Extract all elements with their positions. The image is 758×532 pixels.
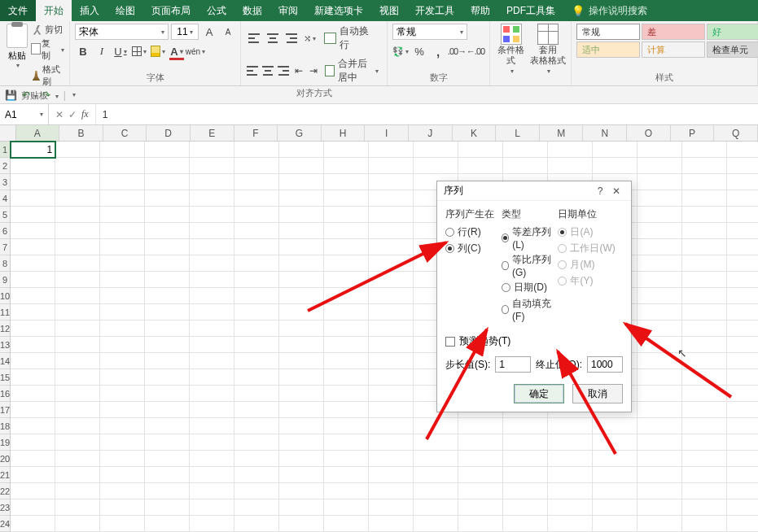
cell-B13[interactable]: [55, 337, 100, 353]
cell-P7[interactable]: [682, 239, 727, 255]
cell-C17[interactable]: [100, 402, 145, 418]
cell-Q15[interactable]: [727, 369, 758, 386]
cell-G18[interactable]: [279, 418, 324, 434]
cell-F3[interactable]: [234, 174, 279, 190]
cell-P24[interactable]: [682, 516, 727, 532]
cell-I20[interactable]: [369, 451, 414, 467]
cell-C2[interactable]: [100, 158, 145, 174]
cell-P2[interactable]: [682, 158, 727, 174]
row-header-3[interactable]: 3: [0, 174, 10, 190]
cell-E23[interactable]: [190, 499, 234, 516]
shrink-font-button[interactable]: A: [220, 24, 236, 40]
cancel-button[interactable]: 取消: [572, 384, 623, 403]
cell-P10[interactable]: [682, 288, 727, 304]
comma-button[interactable]: ,: [430, 43, 446, 59]
cell-B6[interactable]: [55, 223, 100, 239]
tab-insert[interactable]: 插入: [72, 0, 107, 21]
cell-O15[interactable]: [638, 369, 682, 386]
cell-P5[interactable]: [682, 207, 727, 223]
cell-G6[interactable]: [279, 223, 324, 239]
cell-Q22[interactable]: [727, 483, 758, 499]
cell-O10[interactable]: [638, 288, 682, 304]
style-neutral[interactable]: 适中: [576, 41, 640, 58]
cell-O3[interactable]: [638, 174, 682, 190]
cell-G21[interactable]: [279, 467, 324, 483]
cell-A15[interactable]: [11, 369, 55, 386]
cell-Q9[interactable]: [727, 272, 758, 288]
cell-O22[interactable]: [638, 483, 682, 499]
col-header-A[interactable]: A: [16, 125, 60, 141]
row-header-5[interactable]: 5: [0, 207, 10, 223]
cell-E4[interactable]: [190, 190, 234, 207]
cell-A16[interactable]: [11, 386, 55, 402]
cell-D10[interactable]: [145, 288, 190, 304]
cell-E18[interactable]: [190, 418, 234, 434]
cell-J20[interactable]: [414, 451, 458, 467]
cell-M18[interactable]: [548, 418, 593, 434]
cell-O7[interactable]: [638, 239, 682, 255]
col-header-Q[interactable]: Q: [714, 125, 758, 141]
cell-Q19[interactable]: [727, 434, 758, 451]
row-header-6[interactable]: 6: [0, 223, 10, 239]
row-header-4[interactable]: 4: [0, 190, 10, 207]
cell-D9[interactable]: [145, 272, 190, 288]
cell-G14[interactable]: [279, 353, 324, 369]
cell-O19[interactable]: [638, 434, 682, 451]
formula-cancel-button[interactable]: ✕: [55, 109, 64, 120]
cell-C10[interactable]: [100, 288, 145, 304]
cell-B12[interactable]: [55, 321, 100, 337]
cell-A8[interactable]: [11, 255, 55, 272]
cell-J23[interactable]: [414, 499, 458, 516]
cell-C20[interactable]: [100, 451, 145, 467]
cell-P6[interactable]: [682, 223, 727, 239]
row-header-2[interactable]: 2: [0, 158, 10, 174]
cell-H17[interactable]: [324, 402, 369, 418]
cell-B1[interactable]: [55, 142, 100, 158]
cell-F15[interactable]: [234, 369, 279, 386]
cell-I14[interactable]: [369, 353, 414, 369]
col-header-K[interactable]: K: [453, 125, 497, 141]
cell-F19[interactable]: [234, 434, 279, 451]
col-header-M[interactable]: M: [540, 125, 584, 141]
cell-I8[interactable]: [369, 255, 414, 272]
cell-E21[interactable]: [190, 467, 234, 483]
cell-Q8[interactable]: [727, 255, 758, 272]
cell-G2[interactable]: [279, 158, 324, 174]
cell-O13[interactable]: [638, 337, 682, 353]
cell-E22[interactable]: [190, 483, 234, 499]
cell-D11[interactable]: [145, 304, 190, 321]
cell-D19[interactable]: [145, 434, 190, 451]
cell-A24[interactable]: [11, 516, 55, 532]
cell-A6[interactable]: [11, 223, 55, 239]
cell-P17[interactable]: [682, 402, 727, 418]
fx-icon[interactable]: fx: [81, 108, 89, 120]
cell-F13[interactable]: [234, 337, 279, 353]
cell-O14[interactable]: [638, 353, 682, 369]
style-bad[interactable]: 差: [642, 24, 705, 40]
dialog-help-button[interactable]: ?: [592, 185, 608, 197]
cell-D12[interactable]: [145, 321, 190, 337]
cell-L1[interactable]: [503, 142, 548, 158]
cell-Q14[interactable]: [727, 353, 758, 369]
style-check[interactable]: 检查单元: [707, 41, 758, 58]
cell-A11[interactable]: [11, 304, 55, 321]
cell-L21[interactable]: [503, 467, 548, 483]
cell-P4[interactable]: [682, 190, 727, 207]
cell-H3[interactable]: [324, 174, 369, 190]
tab-view[interactable]: 视图: [371, 0, 407, 21]
stop-value-input[interactable]: [587, 356, 623, 373]
cell-F18[interactable]: [234, 418, 279, 434]
cell-O8[interactable]: [638, 255, 682, 272]
cell-H7[interactable]: [324, 239, 369, 255]
cell-C7[interactable]: [100, 239, 145, 255]
cell-L23[interactable]: [503, 499, 548, 516]
orientation-button[interactable]: ⤭▾: [302, 30, 318, 46]
select-all-corner[interactable]: [0, 125, 16, 141]
cell-K24[interactable]: [458, 516, 503, 532]
conditional-format-button[interactable]: 条件格式▾: [495, 24, 527, 76]
cell-B7[interactable]: [55, 239, 100, 255]
cell-D13[interactable]: [145, 337, 190, 353]
cell-E10[interactable]: [190, 288, 234, 304]
cell-A13[interactable]: [11, 337, 55, 353]
cell-B11[interactable]: [55, 304, 100, 321]
